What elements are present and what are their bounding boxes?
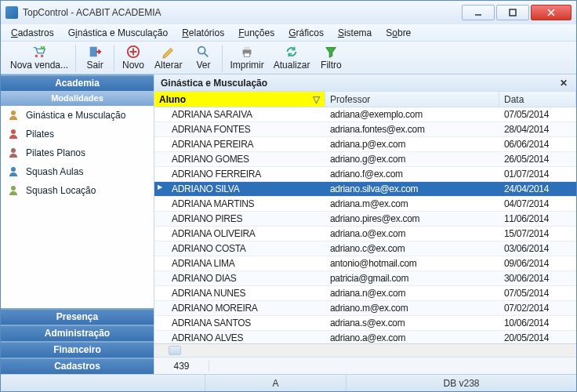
cell-aluno: ADRIANO GOMES <box>154 152 325 166</box>
table-row[interactable]: ADRIANO PIRESadriano.pires@ex.com11/06/2… <box>154 212 576 227</box>
close-button[interactable] <box>531 5 572 20</box>
svg-point-17 <box>11 111 16 115</box>
modality-icon <box>7 147 20 159</box>
filtro-button[interactable]: Filtro <box>314 43 347 73</box>
column-label: Aluno <box>159 94 186 105</box>
sidebar-item[interactable]: Pilates <box>1 125 154 143</box>
menu-sistema[interactable]: Sistema <box>331 26 379 40</box>
minimize-button[interactable] <box>462 5 495 20</box>
table-row[interactable]: ADRIANO MOREIRAadriano.m@ex.com07/02/201… <box>154 301 576 316</box>
cell-aluno: ADRIANA SANTOS <box>154 316 325 330</box>
sidebar-item[interactable]: Squash Locação <box>1 181 154 200</box>
atualizar-button[interactable]: Atualizar <box>269 43 315 73</box>
menu-ginastica[interactable]: Ginástica e Musculação <box>61 26 175 40</box>
cell-data: 15/07/2014 <box>499 227 576 241</box>
imprimir-button[interactable]: Imprimir <box>225 43 268 73</box>
table-row[interactable]: ADRIANA LIMAantonio@hotmail.com09/06/201… <box>154 256 576 271</box>
sidebar-header-cadastros[interactable]: Cadastros <box>1 358 154 374</box>
sidebar-item[interactable]: Pilates Planos <box>1 143 154 162</box>
sidebar-item[interactable]: Ginástica e Musculação <box>1 106 154 125</box>
grid-body[interactable]: ADRIANA SARAIVAadriana@exemplo.com07/05/… <box>154 107 576 343</box>
sidebar-subheader-modalidades[interactable]: Modalidades <box>1 91 154 106</box>
edit-icon <box>161 45 176 59</box>
sidebar-header-academia[interactable]: Academia <box>1 74 154 91</box>
cell-data: 04/07/2014 <box>499 197 576 211</box>
sidebar-header-administracao[interactable]: Administração <box>1 325 154 341</box>
cell-professor: patricia@gmail.com <box>325 271 499 285</box>
status-user: A <box>205 375 346 391</box>
svg-point-19 <box>11 148 16 153</box>
column-header-aluno[interactable]: Aluno ▽ <box>154 92 325 107</box>
window-title: TopControl - ACABIT ACADEMIA <box>23 7 161 18</box>
table-row[interactable]: ADRIANO DIASpatricia@gmail.com30/06/2014 <box>154 271 576 286</box>
table-row[interactable]: ADRIANO GOMESadriano.g@ex.com26/05/2014 <box>154 152 576 167</box>
toolbtn-label: Ver <box>196 60 210 71</box>
refresh-icon <box>285 45 299 59</box>
table-row[interactable]: ADRIANA PEREIRAadriana.p@ex.com06/06/201… <box>154 137 576 152</box>
cell-data: 09/06/2014 <box>499 256 576 270</box>
menu-funcoes[interactable]: Funções <box>231 26 281 40</box>
table-row[interactable]: ADRIANA SANTOSadriana.s@ex.com10/06/2014 <box>154 316 576 331</box>
svg-point-18 <box>11 129 16 134</box>
cell-data: 26/05/2014 <box>499 152 576 166</box>
table-row[interactable]: ADRIANA SARAIVAadriana@exemplo.com07/05/… <box>154 107 576 122</box>
cell-aluno: ADRIANA MARTINS <box>154 197 325 211</box>
menu-relatorios[interactable]: Relatórios <box>175 26 231 40</box>
sair-button[interactable]: Sair <box>78 43 111 73</box>
cell-data: 06/06/2014 <box>499 137 576 151</box>
cell-data: 07/02/2014 <box>499 301 576 315</box>
main-pane: Ginástica e Musculação ✕ Aluno ▽ Profess… <box>154 74 576 374</box>
column-header-professor[interactable]: Professor <box>325 92 499 107</box>
svg-point-12 <box>198 47 205 54</box>
separator-icon <box>75 45 76 71</box>
table-row[interactable]: ADRIANO FERREIRAadriano.f@ex.com01/07/20… <box>154 167 576 182</box>
exit-icon <box>88 45 102 59</box>
cell-aluno: ADRIANA FONTES <box>154 122 325 136</box>
sidebar-item-label: Pilates <box>26 129 54 140</box>
novo-button[interactable]: Novo <box>117 43 150 73</box>
sidebar-header-presenca[interactable]: Presença <box>1 308 154 325</box>
table-row[interactable]: ADRIANO SILVAadriano.silva@ex.com24/04/2… <box>154 182 576 197</box>
cell-aluno: ADRIANA PEREIRA <box>154 137 325 151</box>
alterar-button[interactable]: Alterar <box>150 43 187 73</box>
table-row[interactable]: ADRIANA FONTESadriana.fontes@ex.com28/04… <box>154 122 576 137</box>
cell-aluno: ADRIANO SILVA <box>154 182 325 196</box>
separator-icon <box>222 45 223 71</box>
separator-icon <box>114 45 114 71</box>
toolbtn-label: Imprimir <box>230 60 263 71</box>
cell-professor: antonio@hotmail.com <box>325 256 499 270</box>
modality-icon <box>7 165 20 178</box>
svg-line-13 <box>205 53 209 57</box>
table-row[interactable]: ADRIANO COSTAadriano.c@ex.com03/06/2014 <box>154 241 576 256</box>
panel-close-button[interactable]: ✕ <box>557 77 570 89</box>
modality-icon <box>7 109 20 122</box>
sidebar-header-financeiro[interactable]: Financeiro <box>1 341 154 358</box>
ver-button[interactable]: Ver <box>187 43 220 73</box>
table-row[interactable]: ADRIANA MARTINSadriana.m@ex.com04/07/201… <box>154 197 576 212</box>
titlebar[interactable]: TopControl - ACABIT ACADEMIA <box>1 1 576 24</box>
nova-venda-button[interactable]: + Nova venda... <box>5 43 73 73</box>
column-header-data[interactable]: Data <box>499 92 576 107</box>
table-row[interactable]: ADRIANA OLIVEIRAadriana.o@ex.com15/07/20… <box>154 227 576 241</box>
maximize-button[interactable] <box>496 5 529 20</box>
toolbtn-label: Filtro <box>321 60 342 71</box>
cell-aluno: ADRIANO PIRES <box>154 212 325 226</box>
cell-data: 20/05/2014 <box>499 331 576 343</box>
sidebar-item[interactable]: Squash Aulas <box>1 162 154 181</box>
cell-data: 11/06/2014 <box>499 212 576 226</box>
horizontal-scrollbar[interactable] <box>154 343 576 357</box>
app-window: TopControl - ACABIT ACADEMIA Cadastros G… <box>0 0 577 392</box>
scroll-thumb[interactable] <box>169 346 181 355</box>
view-icon <box>196 45 210 59</box>
menu-graficos[interactable]: Gráficos <box>281 26 331 40</box>
statusbar: A DB v238 <box>1 374 576 391</box>
svg-rect-1 <box>510 9 516 16</box>
table-row[interactable]: ADRIANA NUNESadriana.n@ex.com07/05/2014 <box>154 286 576 301</box>
sidebar-item-label: Pilates Planos <box>26 147 85 158</box>
filter-icon <box>324 45 338 59</box>
cell-data: 01/07/2014 <box>499 167 576 181</box>
menu-cadastros[interactable]: Cadastros <box>4 26 61 40</box>
toolbtn-label: Atualizar <box>274 60 310 71</box>
menu-sobre[interactable]: Sobre <box>379 26 418 40</box>
table-row[interactable]: ADRIANO ALVESadriano.a@ex.com20/05/2014 <box>154 331 576 343</box>
